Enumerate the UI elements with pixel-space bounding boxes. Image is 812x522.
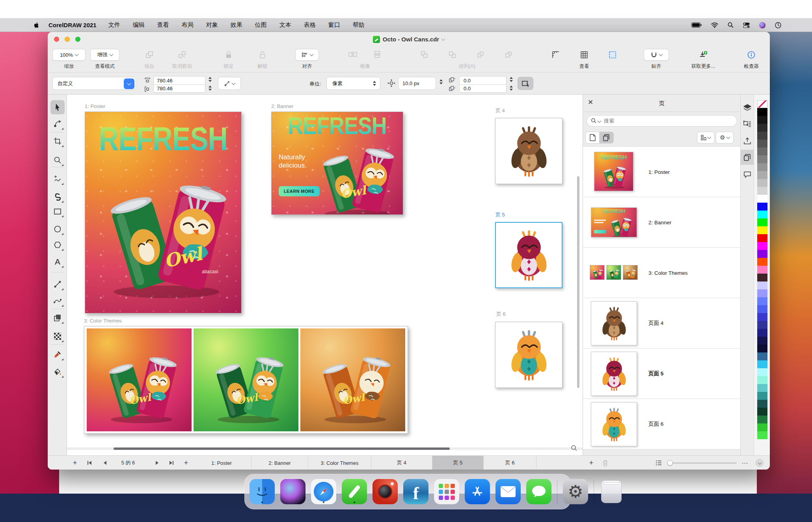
duplicate-x-stepper[interactable] (510, 77, 513, 82)
palette-swatch-32329b[interactable] (757, 321, 767, 329)
apple-menu-icon[interactable] (33, 22, 40, 28)
next-page-button[interactable] (153, 456, 161, 470)
dock-mail-icon[interactable] (495, 479, 521, 504)
snap-dropdown[interactable] (644, 49, 669, 61)
palette-swatch-00f000[interactable] (757, 218, 767, 226)
palette-swatch-5fc9c9[interactable] (757, 384, 767, 392)
width-stepper[interactable] (209, 77, 212, 82)
pick-tool[interactable] (50, 100, 65, 114)
palette-swatch-959595[interactable] (757, 163, 767, 171)
crop-tool[interactable] (50, 134, 65, 148)
nudge-stepper[interactable] (440, 79, 443, 84)
polygon-tool[interactable] (50, 238, 65, 252)
shape-tool[interactable] (50, 117, 65, 131)
palette-swatch-0e3a2a[interactable] (757, 408, 767, 416)
palette-swatch-ccccff[interactable] (757, 282, 767, 289)
pages-row-color-themes[interactable]: 3: Color Themes (583, 248, 740, 298)
dock-messages-icon[interactable] (526, 479, 551, 504)
palette-swatch-ff7bbd[interactable] (757, 266, 767, 274)
palette-swatch-1f1f85[interactable] (757, 329, 767, 337)
tab-banner[interactable]: 2: Banner (251, 456, 308, 470)
spotlight-search-icon[interactable] (728, 22, 734, 28)
get-more-icon[interactable] (699, 50, 708, 59)
menu-layout[interactable]: 布局 (182, 21, 194, 29)
thumbnail-size-slider-handle[interactable] (667, 460, 673, 466)
palette-swatch-ffffff[interactable] (757, 195, 767, 203)
control-center-icon[interactable] (743, 22, 750, 28)
line-tool[interactable] (50, 277, 65, 291)
unlock-icon[interactable] (259, 50, 266, 59)
rectangle-tool[interactable] (50, 204, 65, 218)
panel-delete-page-button[interactable] (600, 456, 610, 470)
freehand-tool[interactable] (50, 172, 65, 186)
palette-swatch-2b2b2b[interactable] (757, 124, 767, 132)
mesh-fill-tool[interactable] (50, 329, 65, 343)
dock-app-store-icon[interactable] (465, 479, 490, 504)
palette-swatch-3f2328[interactable] (757, 274, 767, 282)
add-page-after-button[interactable]: + (182, 456, 190, 470)
zoom-tool[interactable] (50, 153, 65, 167)
palette-swatch-2f9595[interactable] (757, 392, 767, 400)
dock-facebook-icon[interactable]: f (403, 479, 428, 504)
palette-swatch-3939cf[interactable] (757, 313, 767, 321)
dock-safari-icon[interactable] (311, 479, 336, 504)
palette-swatch-404040[interactable] (757, 132, 767, 140)
palette-swatch-555555[interactable] (757, 140, 767, 147)
eyedropper-tool[interactable] (50, 347, 65, 362)
bspline-tool[interactable] (50, 294, 65, 308)
palette-swatch-0a0af0[interactable] (757, 203, 767, 211)
palette-swatch-9999ff[interactable] (757, 289, 767, 297)
palette-swatch-808080[interactable] (757, 155, 767, 163)
arrange-to-front-icon[interactable] (420, 50, 429, 59)
palette-swatch-fff000[interactable] (757, 226, 767, 234)
text-tool[interactable]: A (50, 255, 65, 269)
canvas-page6-thumbnail[interactable] (495, 322, 562, 388)
tab-page4[interactable]: 页 4 (371, 456, 432, 470)
clock-icon[interactable] (775, 22, 781, 28)
align-dropdown[interactable] (295, 49, 319, 61)
dock-notes-icon[interactable] (342, 479, 367, 504)
palette-swatch-0d0d35[interactable] (757, 345, 767, 352)
arrange-forward-icon[interactable] (476, 50, 485, 59)
rulers-icon[interactable] (551, 50, 560, 59)
canvas-zoom-icon[interactable] (571, 445, 577, 451)
first-page-button[interactable] (85, 456, 94, 470)
duplicate-y-stepper[interactable] (510, 86, 513, 91)
mirror-horizontal-icon[interactable] (348, 50, 358, 58)
ungroup-icon[interactable] (178, 50, 186, 59)
dock-finder-icon[interactable] (250, 479, 275, 504)
menu-edit[interactable]: 编辑 (133, 21, 145, 29)
menu-help[interactable]: 帮助 (353, 21, 365, 29)
tab-page5[interactable]: 页 5 (432, 456, 483, 470)
objects-docker-icon[interactable] (741, 117, 754, 132)
palette-swatch-161616[interactable] (757, 116, 767, 124)
horizontal-scrollbar[interactable] (114, 447, 450, 450)
palette-swatch-aefafa[interactable] (757, 368, 767, 376)
pages-search-input[interactable] (603, 117, 733, 124)
pages-row-page4[interactable]: 页面 4 (583, 298, 740, 349)
palette-swatch-f00000[interactable] (757, 234, 767, 242)
group-icon[interactable] (145, 50, 154, 59)
menu-window[interactable]: 窗口 (328, 21, 340, 29)
interactive-fill-tool[interactable] (50, 365, 65, 379)
ellipse-tool[interactable] (50, 222, 65, 236)
pages-row-page5[interactable]: 页面 5 (583, 349, 740, 399)
zoom-level-dropdown[interactable]: 100% (52, 49, 86, 61)
tab-color-themes[interactable]: 3: Color Themes (308, 456, 371, 470)
docker-more-icon[interactable]: ⋯ (740, 456, 750, 470)
palette-swatch-ff4d00[interactable] (757, 258, 767, 266)
dock-trash-icon[interactable] (601, 480, 622, 503)
palette-swatch-none[interactable] (757, 100, 767, 108)
thumbnail-size-dropdown[interactable] (697, 132, 715, 144)
palette-swatch-c0c0c0[interactable] (757, 179, 767, 187)
palette-swatch-ff00ff[interactable] (757, 242, 767, 250)
palette-swatch-1c5252[interactable] (757, 400, 767, 408)
palette-swatch-d5d5d5[interactable] (757, 187, 767, 195)
menu-table[interactable]: 表格 (304, 21, 316, 29)
previous-page-button[interactable] (101, 456, 109, 470)
page-height-field[interactable]: 780.46 (153, 84, 205, 93)
arrange-to-back-icon[interactable] (448, 50, 457, 59)
lock-icon[interactable] (225, 50, 233, 59)
comments-docker-icon[interactable] (741, 167, 754, 182)
menu-view[interactable]: 查看 (157, 21, 169, 29)
